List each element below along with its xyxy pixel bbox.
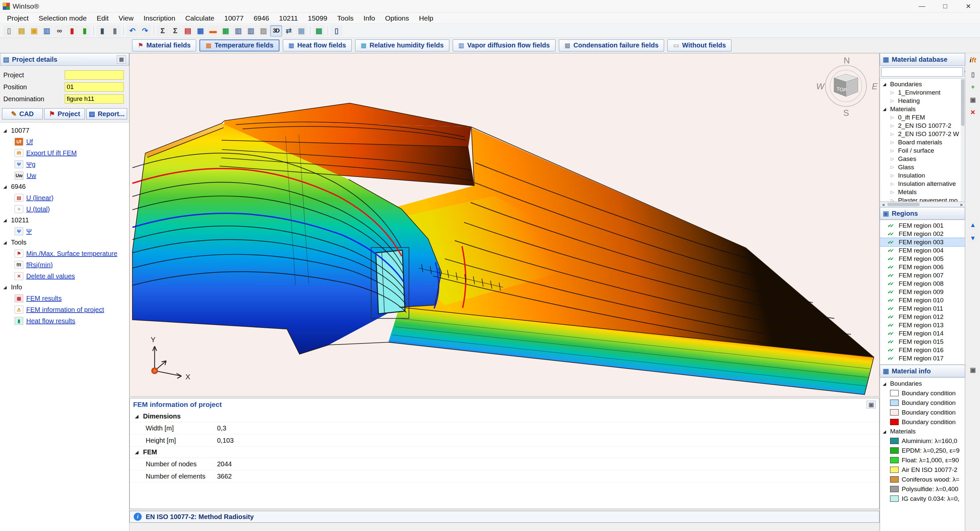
model-viewport[interactable]: TOP N W E S Y X (129, 53, 880, 397)
expander-closed-icon[interactable]: ▷ (891, 115, 896, 120)
db-item-0-ift-fem[interactable]: ▷0_ift FEM (880, 113, 965, 121)
open-file-icon[interactable]: ▤ (16, 25, 27, 37)
tree-group-10211[interactable]: ◢10211 (0, 215, 129, 226)
tab-project[interactable]: ⚑Project (44, 108, 85, 119)
region-row-fem-region-015[interactable]: ✔✔FEM region 015 (880, 337, 965, 346)
no-field-icon[interactable]: ▨ (258, 25, 269, 37)
menu-edit[interactable]: Edit (92, 13, 113, 24)
menu-15099[interactable]: 15099 (303, 13, 332, 24)
relative-humidity-fields-button[interactable]: ▦Relative humidity fields (355, 40, 449, 51)
project-input[interactable] (65, 70, 124, 79)
expander-open-icon[interactable]: ◢ (3, 184, 8, 189)
db-group-materials[interactable]: ◢Materials (880, 105, 965, 113)
region-row-fem-region-012[interactable]: ✔✔FEM region 012 (880, 313, 965, 321)
tree-item-min-max-surface-temperature[interactable]: ⚑Min./Max. Surface temperature (0, 248, 129, 259)
vertical-scrollbar[interactable] (961, 79, 965, 202)
tree-group-10077[interactable]: ◢10077 (0, 125, 129, 136)
3d-toggle[interactable]: 3D (270, 25, 282, 37)
temperature-fields-button[interactable]: ▦Temperature fields (199, 40, 279, 51)
tree-item-u-total[interactable]: ≡U (total) (0, 203, 129, 215)
panel-icon[interactable]: ▯ (331, 25, 342, 37)
menu-selection-mode[interactable]: Selection mode (33, 13, 92, 24)
sum-edit-icon[interactable]: Σ (157, 25, 169, 37)
db-item-gases[interactable]: ▷Gases (880, 155, 965, 163)
tree-item-heat-flow-results[interactable]: ▮Heat flow results (0, 315, 129, 327)
tree-item-fem-information-of-project[interactable]: ⚠FEM information of project (0, 304, 129, 315)
menu-options[interactable]: Options (380, 13, 414, 24)
expander-open-icon[interactable]: ◢ (3, 285, 8, 290)
db-item-metals[interactable]: ▷Metals (880, 188, 965, 196)
region-row-fem-region-006[interactable]: ✔✔FEM region 006 (880, 263, 965, 271)
search-binoculars-icon[interactable]: ∞ (53, 25, 65, 37)
db-item-foil-surface[interactable]: ▷Foil / surface (880, 146, 965, 155)
db-item-2-en-iso-10077-2-w[interactable]: ▷2_EN ISO 10077-2 W (880, 130, 965, 138)
tree-item-delete-all-values[interactable]: ✕Delete all values (0, 270, 129, 282)
save-as-icon[interactable]: ▮ (109, 25, 121, 37)
tree-item-u-linear[interactable]: ▤U (linear) (0, 192, 129, 203)
expander-open-icon[interactable]: ◢ (135, 414, 140, 419)
tree-item-g[interactable]: ΨΨg (0, 159, 129, 170)
tree-item-label[interactable]: Heat flow results (26, 317, 75, 325)
matinfo-item-boundary-condition[interactable]: Boundary condition (880, 417, 965, 427)
expander-closed-icon[interactable]: ▷ (891, 181, 896, 186)
menu-inscription[interactable]: Inscription (138, 13, 180, 24)
tree-item-label[interactable]: Ψ (26, 228, 32, 235)
fit-view-icon[interactable]: ⇄ (283, 25, 295, 37)
scroll-thumb[interactable] (888, 203, 920, 206)
expander-open-icon[interactable]: ◢ (883, 429, 888, 434)
region-row-fem-region-008[interactable]: ✔✔FEM region 008 (880, 280, 965, 288)
db-item-glass[interactable]: ▷Glass (880, 163, 965, 171)
vapor-diffusion-flow-fields-button[interactable]: ▥Vapor diffusion flow fields (453, 40, 555, 51)
palette-grid-icon[interactable]: ▩ (313, 25, 325, 37)
orange-field-icon[interactable]: ▬ (207, 25, 219, 37)
tree-item-uw[interactable]: UwUw (0, 170, 129, 181)
scroll-right-icon[interactable]: ▶ (959, 203, 965, 207)
region-row-fem-region-009[interactable]: ✔✔FEM region 009 (880, 288, 965, 296)
region-row-fem-region-011[interactable]: ✔✔FEM region 011 (880, 304, 965, 313)
tree-item-export-uf-ift-fem[interactable]: iftExport Uf ift FEM (0, 147, 129, 159)
expander-closed-icon[interactable]: ▷ (891, 198, 896, 202)
expander-open-icon[interactable]: ◢ (883, 382, 888, 386)
tree-group-6946[interactable]: ◢6946 (0, 181, 129, 192)
tree-item-label[interactable]: Uf (26, 138, 33, 146)
denomination-input[interactable] (65, 94, 124, 103)
open-folder-icon[interactable]: ▣ (28, 25, 40, 37)
preview-icon[interactable]: ▥ (41, 25, 53, 37)
db-item-board-materials[interactable]: ▷Board materials (880, 138, 965, 146)
matinfo-item-boundary-condition[interactable]: Boundary condition (880, 388, 965, 398)
matinfo-item-ig-cavity-0-034-0[interactable]: IG cavity 0.034: λ=0, (880, 494, 965, 504)
region-row-fem-region-001[interactable]: ✔✔FEM region 001 (880, 221, 965, 230)
menu-tools[interactable]: Tools (332, 13, 358, 24)
menu-info[interactable]: Info (358, 13, 380, 24)
region-row-fem-region-017[interactable]: ✔✔FEM region 017 (880, 354, 965, 362)
new-document-icon[interactable]: ▯ (3, 25, 15, 37)
condensation-failure-fields-button[interactable]: ▦Condensation failure fields (559, 40, 664, 51)
properties-icon[interactable]: ▯ (967, 69, 979, 79)
region-row-fem-region-014[interactable]: ✔✔FEM region 014 (880, 329, 965, 337)
tree-item-frsi-min[interactable]: fRfRsi(min) (0, 259, 129, 270)
db-item-insulation-alternative[interactable]: ▷Insulation alternative (880, 180, 965, 188)
tree-item-label[interactable]: Min./Max. Surface temperature (26, 250, 118, 258)
tree-item-label[interactable]: Delete all values (26, 272, 75, 280)
tree-item-label[interactable]: Ψg (26, 161, 35, 168)
menu-project[interactable]: Project (2, 13, 33, 24)
matinfo-item-aluminium-160-0[interactable]: Aluminium: λ=160,0 (880, 436, 965, 446)
horizontal-scrollbar[interactable]: ◀ ▶ (880, 202, 965, 207)
expander-open-icon[interactable]: ◢ (3, 128, 8, 133)
report-grid-icon[interactable]: ▥ (245, 25, 257, 37)
pin-panel-icon[interactable]: ▣ (967, 364, 979, 375)
export-green-icon[interactable]: ▮ (79, 25, 91, 37)
matinfo-item-polysulfide-0-400[interactable]: Polysulfide: λ=0,400 (880, 484, 965, 494)
matinfo-item-boundary-condition[interactable]: Boundary condition (880, 398, 965, 407)
fem-section-dimensions[interactable]: ◢Dimensions (130, 411, 879, 422)
undo-icon[interactable]: ↶ (126, 25, 138, 37)
db-item-plaster-pavement-mo[interactable]: ▷Plaster pavement mo (880, 196, 965, 202)
expander-closed-icon[interactable]: ▷ (891, 165, 896, 170)
tree-item-fem-results[interactable]: ▦FEM results (0, 293, 129, 304)
menu-10211[interactable]: 10211 (274, 13, 303, 24)
menu-10077[interactable]: 10077 (220, 13, 248, 24)
region-row-fem-region-013[interactable]: ✔✔FEM region 013 (880, 321, 965, 329)
matinfo-item-float-1-000-90[interactable]: Float: λ=1,000, ε=90 (880, 455, 965, 465)
expander-open-icon[interactable]: ◢ (3, 240, 8, 245)
region-row-fem-region-007[interactable]: ✔✔FEM region 007 (880, 271, 965, 280)
